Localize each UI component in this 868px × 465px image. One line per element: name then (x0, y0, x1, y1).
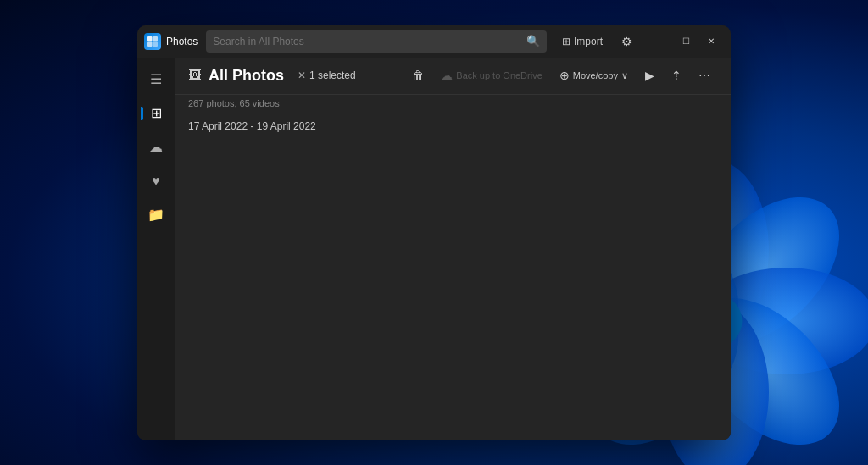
window-controls: — ☐ ✕ (648, 30, 724, 53)
close-button[interactable]: ✕ (698, 30, 724, 53)
all-photos-icon: 🖼 (188, 68, 202, 83)
more-button[interactable]: ⋯ (692, 65, 717, 86)
movecopy-icon: ⊕ (559, 69, 570, 82)
photo-grid-wrapper: MATCH STATS Eliminations10 Assists3 Revi… (175, 139, 731, 440)
movecopy-button[interactable]: ⊕ Move/copy ∨ (553, 65, 635, 86)
title-bar-right: ⊞ Import ⚙ — ☐ ✕ (555, 30, 724, 53)
title-bar-left: Photos (144, 33, 198, 50)
movecopy-label: Move/copy (573, 70, 618, 80)
content-pane: 🖼 All Photos ✕ 1 selected 🗑 ☁ Back up to… (175, 58, 731, 440)
share-button[interactable]: ⇡ (665, 65, 688, 86)
folder-icon: 📁 (147, 207, 164, 223)
sidebar-item-onedrive[interactable]: ☁ (141, 132, 171, 163)
delete-button[interactable]: 🗑 (405, 65, 431, 86)
movecopy-chevron: ∨ (621, 70, 628, 81)
svg-rect-12 (153, 42, 159, 47)
slideshow-icon: ▶ (645, 69, 654, 82)
app-icon (144, 33, 161, 50)
main-area: ☰ ⊞ ☁ ♥ 📁 🖼 All Photos (137, 58, 731, 440)
search-icon[interactable]: 🔍 (526, 35, 540, 47)
import-button[interactable]: ⊞ Import (555, 33, 609, 50)
heart-icon: ♥ (152, 174, 160, 189)
svg-rect-9 (147, 36, 153, 42)
deselect-button[interactable]: ✕ (298, 69, 306, 81)
photos-count: 267 photos, 65 videos (175, 95, 731, 115)
content-toolbar: 🖼 All Photos ✕ 1 selected 🗑 ☁ Back up to… (175, 58, 731, 95)
backup-button[interactable]: ☁ Back up to OneDrive (434, 65, 549, 86)
photos-icon: ⊞ (151, 105, 162, 121)
photo-grid: MATCH STATS Eliminations10 Assists3 Revi… (175, 139, 731, 142)
toolbar-actions: 🗑 ☁ Back up to OneDrive ⊕ Move/copy ∨ ▶ (405, 65, 717, 86)
sidebar-item-photos[interactable]: ⊞ (141, 98, 171, 129)
page-title-area: 🖼 All Photos ✕ 1 selected (188, 67, 398, 85)
minimize-button[interactable]: — (648, 30, 673, 53)
menu-icon: ☰ (150, 71, 162, 87)
selected-count: 1 selected (309, 69, 356, 81)
maximize-button[interactable]: ☐ (673, 30, 698, 53)
import-label: Import (574, 36, 603, 47)
app-window: Photos 🔍 ⊞ Import ⚙ — ☐ ✕ ☰ (137, 25, 731, 440)
more-icon: ⋯ (698, 69, 710, 82)
onedrive-icon: ☁ (149, 139, 163, 155)
app-title: Photos (166, 36, 198, 47)
backup-label: Back up to OneDrive (456, 70, 542, 80)
page-title: All Photos (209, 67, 284, 85)
slideshow-button[interactable]: ▶ (638, 65, 661, 86)
active-indicator (141, 107, 143, 120)
sidebar-item-menu[interactable]: ☰ (141, 64, 171, 95)
svg-rect-10 (153, 36, 159, 42)
delete-icon: 🗑 (412, 69, 424, 82)
cloud-icon: ☁ (441, 69, 453, 82)
sidebar-item-folders[interactable]: 📁 (141, 200, 171, 230)
import-icon: ⊞ (562, 36, 570, 47)
title-bar: Photos 🔍 ⊞ Import ⚙ — ☐ ✕ (137, 25, 731, 58)
sidebar-item-favorites[interactable]: ♥ (141, 166, 171, 197)
date-range: 17 April 2022 - 19 April 2022 (175, 115, 731, 139)
search-input[interactable] (213, 36, 521, 47)
sidebar: ☰ ⊞ ☁ ♥ 📁 (137, 58, 175, 440)
settings-button[interactable]: ⚙ (616, 32, 637, 51)
selection-badge: ✕ 1 selected (298, 69, 356, 81)
search-bar[interactable]: 🔍 (206, 30, 547, 53)
share-icon: ⇡ (671, 69, 682, 82)
svg-rect-11 (147, 42, 153, 47)
